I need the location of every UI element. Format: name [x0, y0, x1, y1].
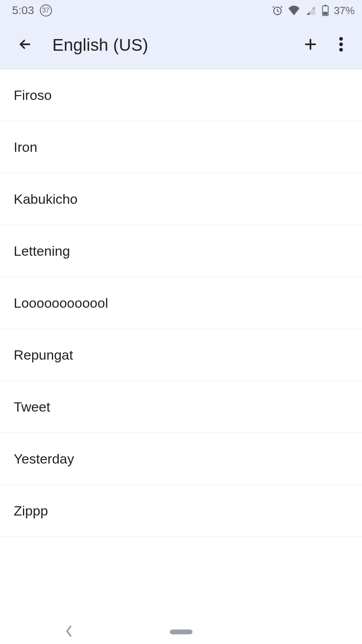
status-time: 5:03 — [12, 4, 34, 17]
list-item-label: Zippp — [14, 503, 48, 519]
word-list: Firoso Iron Kabukicho Lettening Looooooo… — [0, 69, 362, 537]
svg-point-6 — [339, 42, 343, 46]
list-item[interactable]: Tweet — [0, 381, 362, 433]
wifi-icon — [288, 6, 300, 15]
svg-rect-3 — [324, 5, 327, 6]
list-item[interactable]: Repungat — [0, 329, 362, 381]
list-item[interactable]: Zippp — [0, 485, 362, 537]
list-item-label: Kabukicho — [14, 191, 78, 207]
status-notification-badge: 37 — [40, 4, 52, 17]
add-button[interactable] — [295, 30, 326, 60]
svg-rect-4 — [323, 12, 328, 15]
cell-signal-icon: x — [305, 5, 317, 16]
list-item[interactable]: Iron — [0, 121, 362, 173]
list-item[interactable]: Lettening — [0, 225, 362, 277]
app-bar: English (US) — [0, 21, 362, 69]
nav-home-pill[interactable] — [170, 630, 192, 634]
battery-icon — [322, 5, 329, 16]
back-button[interactable] — [10, 30, 40, 60]
nav-back-chevron[interactable] — [64, 625, 73, 639]
system-nav-bar — [0, 620, 362, 644]
list-item-label: Iron — [14, 139, 37, 155]
arrow-left-icon — [17, 37, 33, 54]
svg-point-5 — [339, 37, 343, 41]
svg-text:x: x — [312, 6, 314, 10]
list-item-label: Firoso — [14, 87, 52, 103]
battery-percent: 37% — [334, 4, 355, 17]
status-bar: 5:03 37 x — [0, 0, 362, 21]
more-vert-icon — [339, 37, 343, 53]
list-item[interactable]: Firoso — [0, 69, 362, 121]
svg-point-7 — [339, 48, 343, 52]
list-item[interactable]: Loooooooooool — [0, 277, 362, 329]
more-button[interactable] — [326, 30, 356, 60]
list-item-label: Loooooooooool — [14, 295, 108, 311]
list-item-label: Tweet — [14, 399, 50, 415]
list-item-label: Lettening — [14, 243, 70, 259]
list-item-label: Yesterday — [14, 451, 74, 467]
alarm-icon — [272, 5, 283, 16]
list-item-label: Repungat — [14, 347, 73, 363]
list-item[interactable]: Yesterday — [0, 433, 362, 485]
list-item[interactable]: Kabukicho — [0, 173, 362, 225]
page-title: English (US) — [52, 35, 148, 55]
plus-icon — [302, 36, 319, 54]
